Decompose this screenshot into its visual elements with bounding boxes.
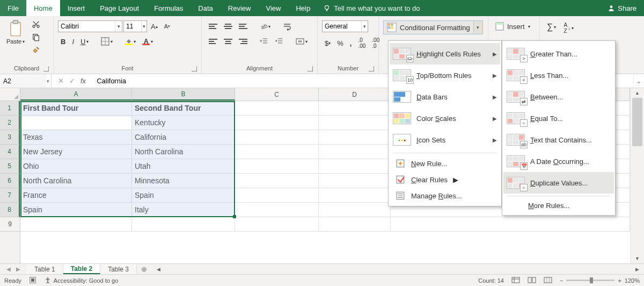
cell[interactable] (20, 217, 132, 232)
cell[interactable]: Spain (132, 188, 235, 203)
name-box-input[interactable] (0, 74, 45, 88)
add-sheet-button[interactable]: ⊕ (137, 264, 152, 274)
select-all-button[interactable] (0, 88, 20, 101)
align-right-button[interactable] (236, 36, 250, 47)
tell-me[interactable]: Tell me what you want to do (318, 0, 425, 16)
cell[interactable]: Ohio (20, 159, 132, 174)
increase-decimal-button[interactable]: .0.00 (355, 35, 368, 51)
row-header-7[interactable]: 7 (0, 188, 20, 203)
decrease-indent-button[interactable] (257, 35, 271, 47)
currency-button[interactable]: $▾ (322, 38, 333, 49)
menu-less-than[interactable]: < Less Than... (503, 65, 614, 86)
insert-cells-button[interactable]: Insert ▾ (493, 20, 533, 32)
percent-button[interactable]: % (334, 38, 346, 49)
wrap-text-button[interactable] (280, 20, 294, 32)
cell[interactable] (235, 101, 319, 116)
tab-file[interactable]: File (0, 0, 26, 16)
fill-color-button[interactable]: ▾ (122, 37, 138, 47)
expand-formula-bar-button[interactable]: ⌄ (633, 74, 644, 88)
scroll-thumb[interactable] (632, 98, 642, 146)
cell[interactable] (235, 203, 319, 217)
sheet-nav-next[interactable]: ▶ (16, 266, 20, 272)
menu-text-contains[interactable]: ab Text that Contains... (503, 129, 614, 151)
align-center-button[interactable] (221, 36, 235, 47)
horizontal-scrollbar[interactable]: ◀ ▶ (152, 264, 644, 274)
cell[interactable] (319, 217, 391, 232)
share-button[interactable]: Share (600, 0, 644, 16)
cell[interactable]: North Carolina (132, 145, 235, 159)
align-top-button[interactable] (206, 21, 220, 32)
cell[interactable] (235, 217, 319, 232)
tab-help[interactable]: Help (288, 0, 318, 16)
cell[interactable]: California (20, 116, 132, 130)
bold-button[interactable]: B (58, 36, 68, 47)
cell[interactable]: Second Band Tour (132, 101, 235, 116)
cell[interactable]: Minnesota (132, 174, 235, 188)
row-header-3[interactable]: 3 (0, 130, 20, 145)
row-header-2[interactable]: 2 (0, 116, 20, 130)
increase-indent-button[interactable] (272, 35, 286, 47)
menu-more-rules[interactable]: More Rules... (503, 198, 614, 213)
zoom-slider[interactable] (566, 280, 614, 281)
font-name-input[interactable] (58, 23, 115, 30)
menu-top-bottom-rules[interactable]: 10 Top/Bottom Rules ▶ (390, 65, 500, 86)
cell[interactable] (319, 159, 391, 174)
column-header-B[interactable]: B (132, 88, 235, 101)
tab-data[interactable]: Data (191, 0, 220, 16)
menu-icon-sets[interactable]: ●●● Icon Sets ▶ (390, 129, 500, 151)
font-name-combo[interactable]: ▾ (58, 20, 122, 32)
paste-button[interactable]: Paste▾ (4, 18, 27, 46)
scroll-left-button[interactable]: ◀ (155, 267, 163, 272)
row-headers[interactable]: 123456789 (0, 101, 20, 263)
sheet-tab[interactable]: Table 1 (27, 264, 63, 274)
cell[interactable] (319, 101, 391, 116)
cell[interactable]: Italy (132, 203, 235, 217)
tab-home[interactable]: Home (26, 0, 60, 16)
enter-formula-button[interactable]: ✓ (69, 77, 75, 85)
zoom-out-button[interactable]: − (560, 277, 563, 284)
clipboard-launcher[interactable] (43, 66, 49, 72)
menu-duplicate-values[interactable]: = Duplicate Values... (503, 172, 614, 194)
row-header-5[interactable]: 5 (0, 159, 20, 174)
row-header-4[interactable]: 4 (0, 145, 20, 159)
cell[interactable]: Spain (20, 203, 132, 217)
merge-center-button[interactable]: ▾ (293, 35, 310, 47)
tab-insert[interactable]: Insert (60, 0, 93, 16)
number-format-combo[interactable]: ▾ (322, 20, 368, 32)
align-bottom-button[interactable] (236, 21, 250, 32)
cell[interactable]: New Jersey (20, 145, 132, 159)
row-header-8[interactable]: 8 (0, 203, 20, 217)
macro-record-icon[interactable] (29, 276, 36, 285)
menu-data-bars[interactable]: Data Bars ▶ (390, 86, 500, 108)
tab-formulas[interactable]: Formulas (147, 0, 191, 16)
conditional-formatting-button[interactable]: Conditional Formatting ▾ (383, 20, 483, 34)
format-painter-button[interactable] (29, 44, 43, 56)
menu-color-scales[interactable]: Color Scales ▶ (390, 108, 500, 129)
chevron-down-icon[interactable]: ▾ (141, 21, 147, 32)
accessibility-status[interactable]: Accessibility: Good to go (44, 277, 118, 284)
cell[interactable] (319, 174, 391, 188)
number-launcher[interactable] (369, 66, 374, 72)
scroll-up-button[interactable]: ▲ (631, 88, 644, 98)
cell[interactable]: First Band Tour (20, 101, 132, 116)
comma-button[interactable]: , (347, 38, 355, 49)
cell[interactable]: North Carolina (20, 174, 132, 188)
tab-pagelayout[interactable]: Page Layout (92, 0, 147, 16)
tab-view[interactable]: View (258, 0, 288, 16)
row-header-6[interactable]: 6 (0, 174, 20, 188)
cut-button[interactable] (29, 18, 43, 30)
menu-clear-rules[interactable]: Clear Rules ▶ (390, 171, 500, 188)
sort-filter-button[interactable]: AZ↓▾ (561, 20, 576, 35)
row-header-1[interactable]: 1 (0, 101, 20, 116)
row-header-9[interactable]: 9 (0, 217, 20, 232)
font-color-button[interactable]: A▾ (140, 37, 156, 47)
cell[interactable]: California (132, 130, 235, 145)
cell[interactable] (319, 203, 391, 217)
cancel-formula-button[interactable]: ✕ (58, 77, 64, 85)
name-box[interactable]: ▾ (0, 74, 52, 88)
sheet-tab[interactable]: Table 2 (63, 264, 100, 274)
scroll-right-button[interactable]: ▶ (633, 267, 641, 272)
cell[interactable] (235, 174, 319, 188)
zoom-level[interactable]: 120% (625, 277, 640, 284)
font-size-combo[interactable]: ▾ (123, 20, 147, 32)
